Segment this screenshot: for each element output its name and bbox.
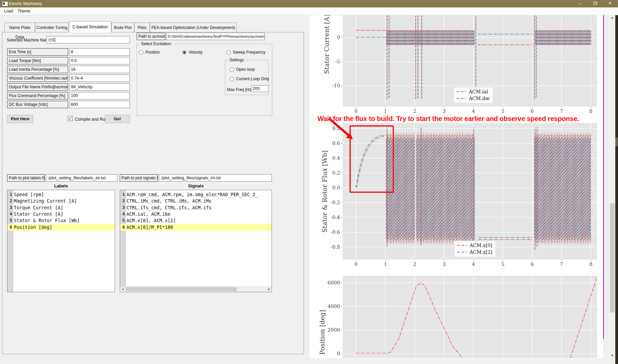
legend-line-sample (456, 91, 467, 93)
radio-label-position: Position (145, 50, 160, 55)
line-number: 6 (7, 224, 12, 231)
tab-plots[interactable]: Plots (134, 23, 150, 32)
radio-label-current-loop-only: Current Loop Only (236, 77, 269, 81)
legend-line-sample (457, 251, 467, 253)
tab-name-plate-data[interactable]: Name Plate Data (4, 23, 35, 32)
machine-name-label: Selected Machine Name (7, 38, 51, 42)
tab-bode-plot[interactable]: Bode Plot (111, 23, 134, 32)
signalsEditor-line-6[interactable]: 6ACM.x[6]/M_PI*180 (120, 224, 272, 231)
radio-excitation-position[interactable] (139, 50, 143, 55)
acmsimc-path-input[interactable]: D:\DrH\Codes\emachineryTestPYPI\emachine… (166, 33, 265, 40)
param-input-3[interactable]: 0.7e-4 (69, 74, 130, 82)
line-text: Stator Current [A] (12, 211, 63, 217)
desktop-edge-accent (615, 138, 618, 146)
tab-c-based-simulation[interactable]: C-based Simulation (69, 21, 111, 32)
line-text: ACM.x[0], ACM.x[2] (125, 218, 176, 223)
line-text: ACM.ial, ACM.ibe (125, 211, 170, 217)
minimize-button[interactable]: – (573, 0, 588, 7)
scroll-up-arrow-icon[interactable]: ▲ (609, 15, 615, 20)
radio-label-sweep-frequency: Sweep Frequency (233, 50, 265, 55)
line-text: ACM.rpm_cmd, ACM.rpm, im.omg_elec*RAD_PE… (125, 192, 258, 197)
plot-here-button[interactable]: Plot Here (7, 115, 33, 123)
signalsEditor-line-1[interactable]: 1ACM.rpm_cmd, ACM.rpm, im.omg_elec*RAD_P… (120, 191, 272, 198)
hscroll-right-arrow-icon[interactable]: ► (266, 287, 272, 292)
menu-load[interactable]: Load (1, 7, 16, 15)
labelsEditor-line-1[interactable]: 1Speed [rpm] (7, 191, 115, 198)
line-number: 3 (7, 205, 12, 211)
go-button[interactable]: Go! (105, 115, 130, 123)
title-bar: Electric Machinery – × (0, 0, 618, 7)
menu-bar: Load Theme (0, 7, 618, 15)
labels-file-path-input[interactable]: ./plot_setting_files/labels_im.txt (46, 174, 117, 182)
signalsEditor-line-3[interactable]: 3CTRL.iTs_cmd, CTRL.iTs, ACM.iTs (120, 205, 272, 211)
radio-excitation-sweep-frequency[interactable] (226, 50, 231, 55)
labels-editor-title: Labels (7, 183, 115, 188)
tab-fea-based-optimization-under-development[interactable]: FEA-based Optimization (Under Developmen… (150, 23, 237, 32)
figure-right-border (603, 15, 604, 339)
param-label-1: Load Torque [Nm] (7, 57, 68, 64)
vertical-scrollbar-thumb[interactable] (610, 203, 615, 312)
param-input-5[interactable]: 100 (69, 92, 130, 99)
param-label-3: Viscous Coefficient [Nm/elec.rad*s] (7, 74, 68, 82)
line-number: 4 (120, 211, 125, 217)
line-text: Magnetizing Current [A] (12, 198, 77, 204)
machine-name-input[interactable]: 小红 (47, 36, 130, 43)
labelsEditor-line-4[interactable]: 4Stator Current [A] (7, 211, 115, 217)
signalsEditor-line-2[interactable]: 2CTRL.iMs_cmd, CTRL.iMs, ACM.iMs (120, 198, 272, 204)
ylabel-flux: Stator & Rotor Flux [Wb] (321, 134, 328, 249)
line-text: Stator & Rotor Flux [Wb] (12, 218, 80, 223)
figure-bottom-strip (310, 358, 615, 364)
param-input-6[interactable]: 600 (69, 101, 130, 108)
legend-entry: ACM.x[2] (457, 249, 492, 255)
line-number: 5 (120, 217, 125, 224)
labels-editor[interactable]: 1Speed [rpm]2Magnetizing Current [A]3Tor… (7, 190, 115, 292)
labelsEditor-line-2[interactable]: 2Magnetizing Current [A] (7, 198, 115, 204)
line-text: ACM.x[6]/M_PI*180 (125, 224, 173, 230)
line-text: Speed [rpm] (12, 192, 44, 197)
signals-editor-title: Signals (120, 183, 272, 188)
param-input-1[interactable]: 0.0 (69, 57, 130, 64)
signals-editor[interactable]: ◄ ► 1ACM.rpm_cmd, ACM.rpm, im.omg_elec*R… (120, 190, 272, 292)
line-number: 1 (120, 191, 125, 198)
legend-entry: ACM.ial (456, 88, 489, 95)
signalsEditor-line-4[interactable]: 4ACM.ial, ACM.ibe (120, 211, 272, 217)
legend-label: ACM.ial (469, 89, 488, 94)
radio-excitation-velocity[interactable] (182, 50, 187, 55)
radio-settings-open-loop[interactable] (230, 67, 234, 72)
signals-file-path-input[interactable]: ./plot_setting_files/signals_im.txt (159, 174, 272, 182)
line-number: 6 (120, 224, 125, 231)
param-label-6: DC Bus Voltage [Vdc] (7, 101, 68, 108)
labelsEditor-line-3[interactable]: 3Torque Current [A] (7, 205, 115, 211)
labelsEditor-line-5[interactable]: 5Stator & Rotor Flux [Wb] (7, 217, 115, 224)
signalsEditor-line-5[interactable]: 5ACM.x[0], ACM.x[2] (120, 217, 272, 224)
restore-button[interactable] (588, 0, 602, 7)
ylabel-position: Position [deg] (318, 289, 326, 364)
param-input-4[interactable]: IM_Velocity (69, 83, 130, 91)
labelsEditor-line-6[interactable]: 6Position [deg] (7, 224, 115, 231)
legend-chart-1: ACM.ialACM.ibe (453, 87, 493, 103)
path-to-acmsimc-label: Path to acmsimc (137, 33, 165, 40)
line-text: Position [deg] (12, 224, 52, 230)
hscroll-left-arrow-icon[interactable]: ◄ (120, 287, 125, 292)
line-number: 1 (7, 191, 12, 198)
param-input-2[interactable]: 16 (69, 66, 130, 73)
legend-entry: ACM.x[0] (457, 242, 492, 249)
compile-and-run-checkbox[interactable]: ✓ (68, 116, 73, 121)
figure-background (310, 15, 603, 358)
param-label-0: End Time [s] (7, 48, 68, 56)
signals-editor-hscrollbar[interactable]: ◄ ► (120, 286, 272, 292)
radio-settings-current-loop-only[interactable] (230, 77, 234, 81)
menu-theme[interactable]: Theme (15, 7, 33, 15)
param-label-4: Output File Name Prefix@acmsimc (7, 83, 68, 91)
line-number: 4 (7, 211, 12, 217)
max-freq-input[interactable]: 200 (251, 85, 269, 92)
legend-line-sample (457, 244, 467, 246)
scroll-down-arrow-icon[interactable]: ▼ (609, 353, 615, 358)
close-button[interactable]: × (602, 0, 617, 7)
tab-controller-tuning[interactable]: Controller Tuning (35, 23, 69, 32)
settings-title: Settings (228, 58, 245, 62)
hscroll-thumb[interactable] (125, 287, 237, 291)
param-input-0[interactable]: 8 (69, 48, 130, 56)
radio-label-velocity: Velocity (189, 50, 202, 55)
legend-label: ACM.ibe (469, 96, 489, 101)
